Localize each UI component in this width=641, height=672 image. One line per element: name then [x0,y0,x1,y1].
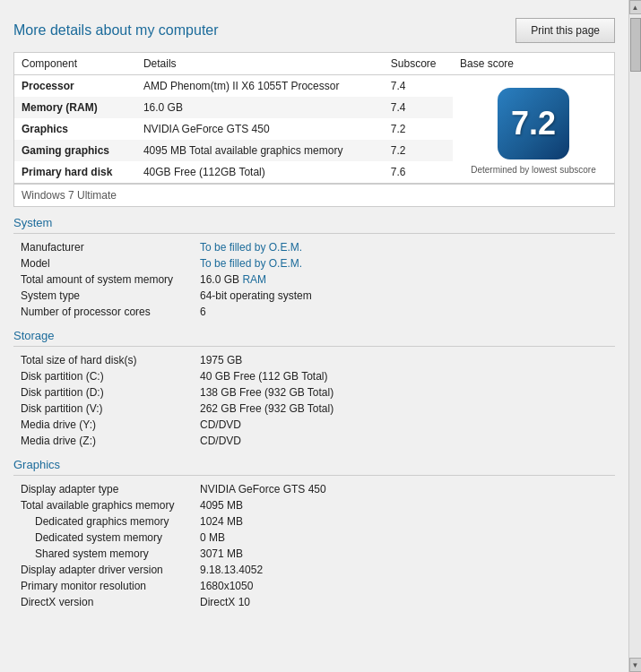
graphics-detail-table: Display adapter typeNVIDIA GeForce GTS 4… [13,481,615,610]
print-button[interactable]: Print this page [515,18,615,43]
detail-label: Media drive (Z:) [13,433,193,449]
windows-edition: Windows 7 Ultimate [13,184,615,207]
component-details: 16.0 GB [136,97,384,118]
detail-label: Media drive (Y:) [13,417,193,433]
detail-value: 1975 GB [193,352,615,368]
subscore: 7.4 [384,75,453,98]
col-basescore: Base score [453,53,615,75]
detail-row: Dedicated system memory0 MB [13,530,615,546]
graphics-section-title: Graphics [13,458,615,471]
subscore: 7.6 [384,161,453,184]
subscore: 7.2 [384,118,453,140]
score-badge: 7.2 [498,88,569,159]
detail-value: DirectX 10 [193,594,615,610]
page-title: More details about my computer [13,22,219,39]
storage-section-title: Storage [13,329,615,342]
detail-value: 1680x1050 [193,578,615,594]
component-details: 4095 MB Total available graphics memory [136,140,384,161]
ram-label: RAM [242,273,266,286]
detail-label: Model [13,255,193,271]
subscore: 7.2 [384,140,453,161]
detail-label: Total amount of system memory [13,271,193,288]
detail-value: 138 GB Free (932 GB Total) [193,384,615,401]
detail-value: 0 MB [193,530,615,546]
detail-row: Total amount of system memory16.0 GB RAM [13,271,615,288]
detail-row: ManufacturerTo be filled by O.E.M. [13,239,615,255]
page-header: More details about my computer Print thi… [13,18,615,43]
detail-label: Dedicated graphics memory [13,513,193,530]
detail-label: Disk partition (D:) [13,384,193,401]
component-details: NVIDIA GeForce GTS 450 [136,118,384,140]
detail-value: 3071 MB [193,546,615,562]
detail-value: 1024 MB [193,513,615,530]
detail-value: To be filled by O.E.M. [193,239,615,255]
system-divider [13,233,615,234]
detail-label: Number of processor cores [13,304,193,320]
system-section-title: System [13,216,615,229]
col-details: Details [136,53,384,75]
detail-value: 16.0 GB RAM [193,271,615,288]
component-name: Memory (RAM) [14,97,136,118]
detail-value: 4095 MB [193,497,615,513]
detail-row: System type64-bit operating system [13,288,615,304]
detail-label: Total available graphics memory [13,497,193,513]
detail-value: 9.18.13.4052 [193,562,615,578]
base-score-cell: 7.2Determined by lowest subscore [453,75,615,184]
graphics-divider [13,475,615,476]
graphics-section: Graphics Display adapter typeNVIDIA GeFo… [13,458,615,610]
component-name: Primary hard disk [14,161,136,184]
detail-label: Disk partition (V:) [13,401,193,417]
subscore: 7.4 [384,97,453,118]
component-details: AMD Phenom(tm) II X6 1055T Processor [136,75,384,98]
component-name: Graphics [14,118,136,140]
detail-row: ModelTo be filled by O.E.M. [13,255,615,271]
detail-label: Disk partition (C:) [13,368,193,384]
storage-detail-table: Total size of hard disk(s)1975 GBDisk pa… [13,352,615,449]
detail-row: Shared system memory3071 MB [13,546,615,562]
detail-row: Media drive (Y:)CD/DVD [13,417,615,433]
detail-value: To be filled by O.E.M. [193,255,615,271]
col-component: Component [14,53,136,75]
storage-divider [13,346,615,347]
detail-row: Total available graphics memory4095 MB [13,497,615,513]
detail-label: Primary monitor resolution [13,578,193,594]
detail-label: DirectX version [13,594,193,610]
system-detail-table: ManufacturerTo be filled by O.E.M.ModelT… [13,239,615,320]
detail-label: System type [13,288,193,304]
detail-row: DirectX versionDirectX 10 [13,594,615,610]
detail-row: Display adapter typeNVIDIA GeForce GTS 4… [13,481,615,497]
detail-value: NVIDIA GeForce GTS 450 [193,481,615,497]
page-container: ▲ ▼ More details about my computer Print… [0,0,641,625]
detail-row: Disk partition (C:)40 GB Free (112 GB To… [13,368,615,384]
detail-value: 40 GB Free (112 GB Total) [193,368,615,384]
score-number: 7.2 [511,108,556,140]
component-name: Gaming graphics [14,140,136,161]
detail-row: Display adapter driver version9.18.13.40… [13,562,615,578]
detail-label: Dedicated system memory [13,530,193,546]
score-table: Component Details Subscore Base score Pr… [13,52,615,184]
detail-value: 262 GB Free (932 GB Total) [193,401,615,417]
detail-row: Total size of hard disk(s)1975 GB [13,352,615,368]
scrollbar[interactable]: ▲ ▼ [628,0,641,672]
detail-label: Display adapter type [13,481,193,497]
detail-row: Disk partition (V:)262 GB Free (932 GB T… [13,401,615,417]
detail-row: Number of processor cores6 [13,304,615,320]
detail-row: Dedicated graphics memory1024 MB [13,513,615,530]
col-subscore: Subscore [384,53,453,75]
detail-label: Shared system memory [13,546,193,562]
table-row: ProcessorAMD Phenom(tm) II X6 1055T Proc… [14,75,615,98]
detail-label: Manufacturer [13,239,193,255]
table-header-row: Component Details Subscore Base score [14,53,615,75]
scroll-up-button[interactable]: ▲ [629,0,642,14]
detail-row: Media drive (Z:)CD/DVD [13,433,615,449]
detail-value: CD/DVD [193,433,615,449]
score-desc: Determined by lowest subscore [460,165,607,175]
detail-value: CD/DVD [193,417,615,433]
component-name: Processor [14,75,136,98]
detail-value: 6 [193,304,615,320]
system-section: System ManufacturerTo be filled by O.E.M… [13,216,615,320]
scroll-thumb[interactable] [630,18,641,72]
scroll-down-button[interactable]: ▼ [629,658,642,672]
component-details: 40GB Free (112GB Total) [136,161,384,184]
detail-row: Disk partition (D:)138 GB Free (932 GB T… [13,384,615,401]
